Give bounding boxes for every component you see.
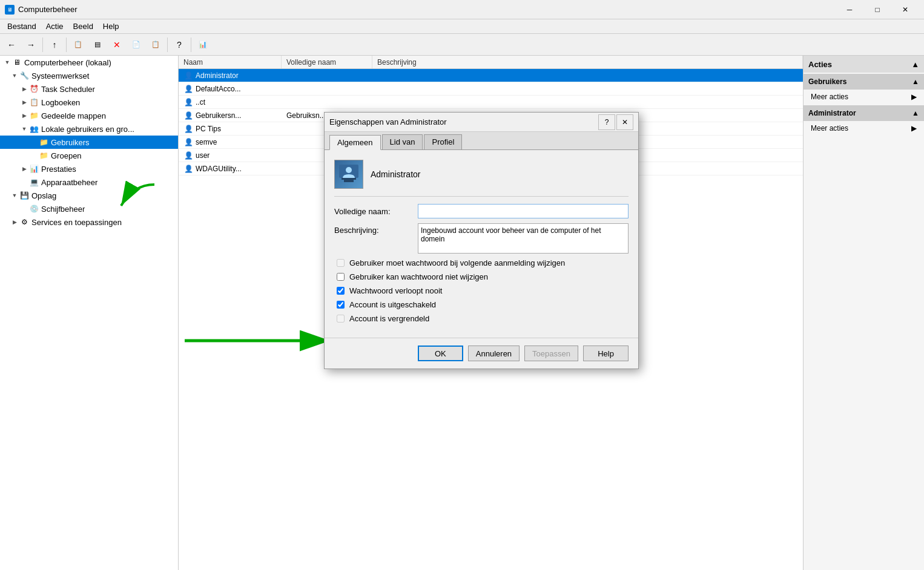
- list-row-administrator[interactable]: 👤 Administrator: [179, 69, 803, 82]
- tab-lid-van[interactable]: Lid van: [382, 134, 423, 149]
- minimize-button[interactable]: ─: [836, 0, 863, 19]
- user-avatar-image: [335, 160, 363, 188]
- list-row-ct[interactable]: 👤 ..ct: [179, 96, 803, 109]
- checkbox-label-4: Account is uitgeschakeld: [349, 300, 436, 309]
- checkbox-account-uitgeschakeld[interactable]: [337, 301, 345, 309]
- tree-gebruikers[interactable]: 📁 Gebruikers: [0, 136, 178, 149]
- acties-header[interactable]: Acties ▲: [804, 56, 924, 73]
- folder-icon-groepen: 📁: [39, 151, 48, 160]
- tree-opslag[interactable]: ▼ 💾 Opslag: [0, 189, 178, 202]
- tree-root[interactable]: ▼ 🖥 Computerbeheer (lokaal): [0, 56, 178, 69]
- toepassen-button[interactable]: Toepassen: [524, 346, 578, 361]
- expand-icon: ▼: [2, 57, 12, 67]
- list-view-button[interactable]: ▤: [88, 36, 107, 53]
- expand-icon-3: ▶: [19, 84, 29, 94]
- services-icon: ⚙: [19, 217, 29, 227]
- tree-panel: ▼ 🖥 Computerbeheer (lokaal) ▼ 🔧 Systeemw…: [0, 56, 179, 570]
- expand-icon-4: ▶: [19, 97, 29, 107]
- administrator-section-header[interactable]: Administrator ▲: [804, 105, 924, 121]
- expand-icon-8: [29, 151, 39, 160]
- back-button[interactable]: ←: [2, 36, 21, 53]
- gebruikers-section-header[interactable]: Gebruikers ▲: [804, 74, 924, 90]
- toolbar-separator-3: [167, 38, 168, 52]
- user-avatar: [334, 160, 363, 189]
- user-header: Administrator: [334, 160, 629, 197]
- tree-task-scheduler[interactable]: ▶ ⏰ Task Scheduler: [0, 82, 178, 96]
- dialog-help-button[interactable]: ?: [598, 114, 615, 130]
- help-toolbar-button[interactable]: ?: [170, 36, 188, 53]
- up-button[interactable]: ↑: [45, 36, 64, 53]
- tree-apparaatbeheer[interactable]: 💻 Apparaatbeheer: [0, 175, 178, 189]
- tools-icon: 🔧: [19, 71, 29, 80]
- storage-icon: 💾: [19, 191, 29, 200]
- col-naam[interactable]: Naam: [179, 56, 282, 68]
- tree-groepen[interactable]: 📁 Groepen: [0, 149, 178, 162]
- meer-acties-administrator[interactable]: Meer acties ▶: [804, 121, 924, 136]
- snap-button[interactable]: 📊: [194, 36, 212, 53]
- delete-button[interactable]: ✕: [108, 36, 126, 53]
- meer-acties-gebruikers[interactable]: Meer acties ▶: [804, 90, 924, 104]
- maximize-button[interactable]: □: [863, 0, 891, 19]
- volledige-naam-input[interactable]: [418, 204, 629, 218]
- forward-button[interactable]: →: [22, 36, 40, 53]
- svg-point-5: [346, 167, 352, 173]
- tree-schijfbeheer[interactable]: 💿 Schijfbeheer: [0, 202, 178, 215]
- dialog-tabs: Algemeen Lid van Profiel: [325, 132, 638, 150]
- tree-prestaties[interactable]: ▶ 📊 Prestaties: [0, 162, 178, 175]
- col-beschrijving[interactable]: Beschrijving: [372, 56, 803, 68]
- list-row-defaultacco[interactable]: 👤 DefaultAcco...: [179, 82, 803, 96]
- computer-icon: 🖥: [12, 57, 22, 67]
- user-icon-defaultacco: 👤: [183, 84, 193, 94]
- device-icon: 💻: [29, 177, 39, 187]
- checkbox-label-2: Gebruiker kan wachtwoord niet wijzigen: [349, 272, 488, 281]
- checkbox-wachtwoord-wijzigen[interactable]: [337, 259, 345, 267]
- menu-bestand[interactable]: Bestand: [2, 21, 41, 32]
- window-title: Computerbeheer: [18, 5, 836, 14]
- menu-actie[interactable]: Actie: [41, 21, 68, 32]
- checkbox-kan-niet-wijzigen[interactable]: [337, 273, 345, 281]
- tree-logboeken[interactable]: ▶ 📋 Logboeken: [0, 96, 178, 109]
- tree-prestaties-label: Prestaties: [41, 165, 76, 174]
- export-button[interactable]: 📋: [147, 36, 165, 53]
- acties-label: Acties: [808, 60, 832, 69]
- show-hide-button[interactable]: 📋: [69, 36, 87, 53]
- checkbox-verloopt-nooit[interactable]: [337, 287, 345, 295]
- tab-algemeen[interactable]: Algemeen: [329, 135, 381, 150]
- form-row-volledige-naam: Volledige naam:: [334, 204, 629, 218]
- checkbox-account-vergrendeld[interactable]: [337, 315, 345, 323]
- tab-profiel[interactable]: Profiel: [424, 134, 462, 149]
- tree-services[interactable]: ▶ ⚙ Services en toepassingen: [0, 215, 178, 229]
- menu-beeld[interactable]: Beeld: [68, 21, 98, 32]
- close-button[interactable]: ✕: [891, 0, 919, 19]
- toolbar: ← → ↑ 📋 ▤ ✕ 📄 📋 ? 📊: [0, 34, 924, 56]
- dialog-user-name: Administrator: [371, 169, 420, 179]
- meer-acties-gebruikers-label: Meer acties: [811, 93, 848, 101]
- dialog-close-button[interactable]: ✕: [616, 114, 633, 130]
- expand-icon-6: ▼: [19, 124, 29, 134]
- perf-icon: 📊: [29, 164, 39, 174]
- meer-acties-arrow-2: ▶: [911, 124, 917, 133]
- users-icon: 👥: [29, 124, 39, 134]
- expand-icon-7: [29, 137, 39, 147]
- tree-systeemwerkset-label: Systeemwerkset: [31, 71, 89, 80]
- help-button[interactable]: Help: [583, 346, 629, 361]
- tree-systeemwerkset[interactable]: ▼ 🔧 Systeemwerkset: [0, 69, 178, 82]
- volledige-naam-label: Volledige naam:: [334, 207, 413, 216]
- tree-root-label: Computerbeheer (lokaal): [24, 58, 111, 67]
- toolbar-separator-1: [42, 38, 43, 52]
- beschrijving-input[interactable]: Ingebouwd account voor beheer van de com…: [418, 223, 629, 254]
- properties-button[interactable]: 📄: [127, 36, 145, 53]
- checkbox-row-3: Wachtwoord verloopt nooit: [334, 286, 629, 295]
- menu-help[interactable]: Help: [98, 21, 124, 32]
- meer-acties-arrow-1: ▶: [911, 93, 917, 101]
- ok-button[interactable]: OK: [418, 346, 463, 361]
- tree-gedeelde-mappen-label: Gedeelde mappen: [41, 111, 106, 120]
- annuleren-button[interactable]: Annuleren: [468, 346, 520, 361]
- tree-task-scheduler-label: Task Scheduler: [41, 85, 95, 94]
- tree-groepen-label: Groepen: [51, 151, 82, 160]
- checkbox-row-1: Gebruiker moet wachtwoord bij volgende a…: [334, 258, 629, 267]
- checkbox-row-4: Account is uitgeschakeld: [334, 300, 629, 309]
- col-volledige-naam[interactable]: Volledige naam: [282, 56, 372, 68]
- tree-gedeelde-mappen[interactable]: ▶ 📁 Gedeelde mappen: [0, 109, 178, 122]
- tree-lokale-gebruikers[interactable]: ▼ 👥 Lokale gebruikers en gro...: [0, 122, 178, 136]
